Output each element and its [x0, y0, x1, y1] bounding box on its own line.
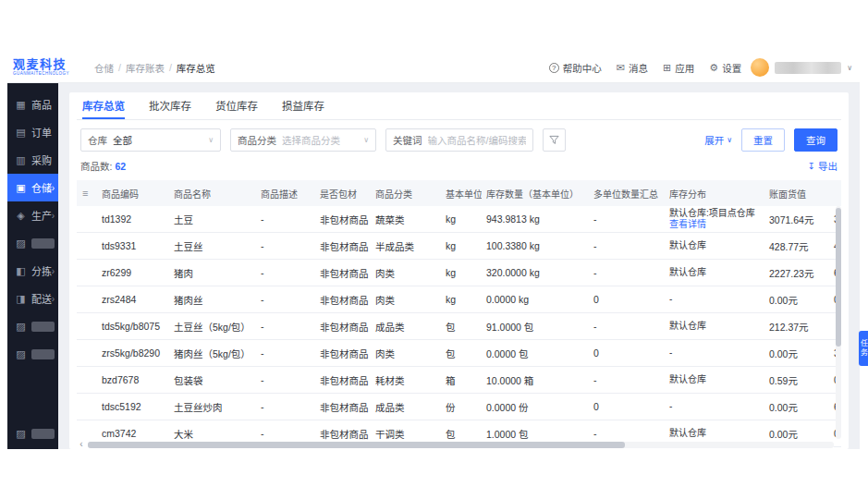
funnel-icon [549, 135, 559, 145]
table-row: zrs2484猪肉丝-非包材商品肉类kg0.0000 kg0-0.00元0 [77, 286, 841, 313]
cell-name: 土豆丝（5kg/包） [169, 320, 256, 334]
redacted-icon: ▨ [15, 348, 27, 360]
goods-icon: ▦ [15, 99, 27, 111]
brand-name: 观麦科技 [13, 58, 85, 70]
warehouse-select[interactable]: 仓库 全部 ∨ [80, 128, 221, 152]
message-icon: ✉ [617, 62, 625, 74]
cell-dist: - [665, 347, 764, 359]
category-label: 商品分类 [238, 133, 276, 147]
cell-multi: - [589, 267, 665, 278]
horizontal-scrollbar[interactable]: ‹ [77, 440, 834, 449]
sidebar-item-warehouse[interactable]: ▣仓储› [7, 174, 58, 201]
topbar-item-settings[interactable]: ⚙设置 [709, 61, 741, 75]
cell-unit: kg [441, 240, 482, 251]
cell-value: 2227.23元 [764, 266, 829, 280]
reset-button[interactable]: 重置 [741, 128, 785, 152]
cell-multi: 0 [589, 401, 665, 412]
horizontal-scrollbar-track[interactable] [88, 442, 834, 448]
cell-pack: 非包材商品 [315, 239, 371, 253]
sidebar-item-redacted-4[interactable]: ▨ [7, 420, 58, 447]
cell-dist: 默认仓库 [665, 428, 764, 439]
brand-tagline: GUANMAITECHNOLOGY [13, 72, 85, 77]
sidebar-item-delivery[interactable]: ◨配送› [7, 285, 58, 312]
chevron-right-icon: › [52, 294, 55, 304]
cell-dist: 默认仓库 [665, 267, 764, 278]
expand-label: 展开 [704, 133, 724, 147]
stock-distribution-text: - [669, 347, 760, 359]
query-button[interactable]: 查询 [794, 128, 837, 152]
table-row: tds5kg/b8075土豆丝（5kg/包）-非包材商品成品类包91.0000 … [77, 313, 841, 340]
topbar-item-label: 帮助中心 [563, 61, 602, 75]
cell-value: 0.00元 [764, 347, 829, 360]
scroll-left-icon[interactable]: ‹ [77, 440, 86, 449]
redacted-icon: ▨ [15, 428, 27, 440]
chevron-right-icon: › [52, 183, 55, 193]
topbar-item-help-center[interactable]: ?帮助中心 [549, 61, 602, 75]
cell-unit: 包 [441, 347, 482, 360]
user-menu[interactable]: ∨ [751, 58, 852, 77]
cell-code: zr6299 [97, 267, 169, 278]
sidebar-item-redacted-1[interactable]: ▨ [7, 229, 58, 257]
stock-distribution-text: 默认仓库 [669, 240, 760, 251]
table-header-row: ≡商品编码商品名称商品描述是否包材商品分类基本单位库存数量（基本单位）多单位数量… [77, 180, 841, 206]
sidebar-item-goods[interactable]: ▦商品 [7, 91, 58, 118]
stock-distribution-text: 默认仓库 [669, 374, 760, 385]
cell-code: tds9331 [97, 240, 169, 251]
cell-category: 耗材类 [371, 373, 441, 387]
cell-unit: 包 [441, 320, 482, 334]
view-detail-link[interactable]: 查看详情 [669, 219, 760, 230]
cell-name: 大米 [169, 427, 256, 441]
tab-stock-overview[interactable]: 库存总览 [82, 92, 125, 119]
advanced-filter-button[interactable] [543, 128, 566, 152]
sidebar-item-purchase[interactable]: ▥采购 [7, 146, 58, 174]
cell-code: cm3742 [97, 428, 169, 439]
task-panel-toggle[interactable]: 任务 [859, 331, 868, 366]
cell-qty: 91.0000 包 [482, 320, 589, 334]
cell-multi: - [589, 428, 665, 439]
delivery-icon: ◨ [15, 293, 27, 305]
cell-unit: 箱 [441, 373, 482, 387]
sidebar-item-redacted-3[interactable]: ▨ [7, 340, 58, 368]
cell-value: 212.37元 [764, 320, 829, 334]
keyword-input[interactable] [428, 135, 527, 146]
cell-dist: 默认仓库 [665, 374, 764, 385]
expand-filters-link[interactable]: 展开 ∨ [704, 133, 732, 147]
sidebar-item-production[interactable]: ◈生产› [7, 201, 58, 229]
export-link[interactable]: ↧ 导出 [808, 159, 837, 173]
stock-distribution-text: 默认仓库 [669, 321, 760, 332]
col-qty: 库存数量（基本单位） [482, 187, 589, 201]
vertical-scrollbar-thumb[interactable] [836, 208, 841, 347]
sidebar: ▦商品▤订单▥采购▣仓储›◈生产›▨◧分拣›◨配送›▨▨▨ [7, 83, 58, 449]
tab-slot-stock[interactable]: 货位库存 [215, 92, 258, 119]
category-select[interactable]: 商品分类 选择商品分类 ∨ [230, 128, 376, 152]
cell-qty: 1.0000 包 [482, 427, 589, 441]
filter-bar: 仓库 全部 ∨ 商品分类 选择商品分类 ∨ 关键词 [77, 120, 841, 158]
sidebar-item-sorting[interactable]: ◧分拣› [7, 257, 58, 285]
column-settings-icon[interactable]: ≡ [82, 188, 88, 199]
breadcrumb-item[interactable]: 仓储 [94, 61, 114, 75]
export-label: 导出 [818, 159, 837, 173]
stock-distribution-text: - [669, 401, 760, 412]
topbar-item-messages[interactable]: ✉消息 [617, 61, 648, 75]
horizontal-scrollbar-thumb[interactable] [88, 442, 625, 448]
topbar-item-apps[interactable]: ⊞应用 [663, 61, 694, 75]
cell-dist: 默认仓库 [665, 321, 764, 332]
keyword-field[interactable]: 关键词 [385, 128, 533, 152]
col-handle: ≡ [77, 188, 97, 199]
breadcrumb-item[interactable]: 库存账表 [126, 61, 165, 75]
cell-multi: - [589, 213, 665, 225]
tab-batch-stock[interactable]: 批次库存 [149, 92, 191, 119]
cell-multi: 0 [589, 347, 665, 359]
table-body: td1392土豆-非包材商品蔬菜类kg943.9813 kg-默认仓库:项目点仓… [77, 206, 841, 447]
cell-name: 猪肉 [169, 266, 256, 280]
cell-pack: 非包材商品 [315, 373, 371, 387]
cell-dist: - [665, 401, 764, 412]
cell-dist: - [665, 294, 764, 305]
stock-distribution-text: 默认仓库:项目点仓库 [669, 208, 760, 219]
sidebar-item-redacted-2[interactable]: ▨ [7, 312, 58, 340]
sidebar-item-orders[interactable]: ▤订单 [7, 118, 58, 146]
tab-profit-loss-stock[interactable]: 损益库存 [282, 92, 324, 119]
cell-value: 0.00元 [764, 293, 829, 307]
redacted-label [31, 349, 55, 359]
vertical-scrollbar[interactable] [836, 206, 841, 439]
